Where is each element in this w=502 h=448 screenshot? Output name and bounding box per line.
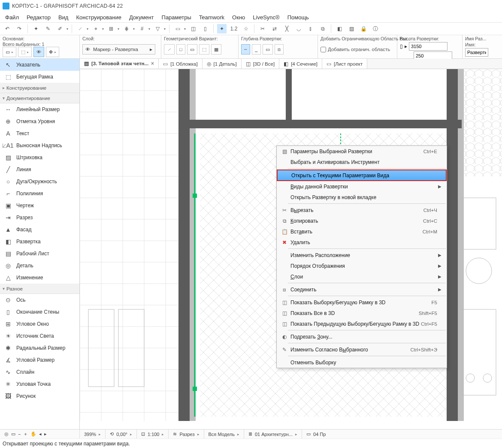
zoomin-icon[interactable]: ＋ — [23, 431, 28, 437]
cm-activate-tool[interactable]: Выбрать и Активировать Инструмент — [277, 157, 447, 167]
geom-1-button[interactable]: ⟋ — [164, 44, 175, 54]
group-button[interactable]: ◫ — [188, 24, 198, 33]
cm-show3d-prev[interactable]: ◫Показать Предыдущую Выборку/Бегущую Рам… — [277, 318, 447, 329]
dim-12-button[interactable]: 1.2 — [229, 24, 239, 33]
tool-wallend[interactable]: ▯Окончание Стены — [0, 306, 79, 318]
geom-2-button[interactable]: □ — [176, 44, 185, 54]
tool-facade[interactable]: ▲Фасад — [0, 224, 79, 236]
depth-1-button[interactable]: ╌ — [241, 44, 250, 54]
mod-button[interactable]: ▨ — [347, 24, 356, 33]
menu-options[interactable]: Параметры — [158, 13, 195, 22]
cm-move[interactable]: Изменить Расположение▶ — [277, 250, 447, 260]
tool-pointer[interactable]: ↖Указатель — [0, 59, 79, 71]
group-design[interactable]: ▸Конструирование — [0, 83, 79, 93]
tool-marquee[interactable]: ⬚Бегущая Рамка — [0, 71, 79, 83]
depth-2-button[interactable]: ⎯ — [252, 44, 261, 54]
grid-button[interactable]: # — [137, 24, 147, 33]
offset-button[interactable]: ⧉ — [318, 24, 327, 33]
layer-select[interactable]: 👁 Маркер - Развертка ▸ — [82, 44, 155, 54]
ungroup-button[interactable]: ▯ — [200, 24, 210, 33]
tool-hotspot[interactable]: ✳Узловая Точка — [0, 378, 79, 390]
adjust-button[interactable]: ⇄ — [270, 24, 279, 33]
name-input[interactable] — [465, 48, 488, 57]
layer-combo[interactable]: ≣01 Архитектурн...▸ — [244, 430, 302, 439]
cm-layers[interactable]: Слои▶ — [277, 271, 447, 282]
cm-copy[interactable]: ⧉КопироватьCtrl+С — [277, 215, 447, 226]
tab-sheet[interactable]: ▭[Лист проект — [322, 59, 367, 69]
grid-snap-button[interactable]: ⋕ — [122, 24, 131, 33]
tool-worksheet[interactable]: ▤Рабочий Лист — [0, 248, 79, 260]
tab-section[interactable]: ◧[4 Сечение] — [279, 59, 322, 69]
tool-change[interactable]: △Изменение — [0, 272, 79, 284]
wand-button[interactable]: ✎ — [43, 24, 53, 33]
depth-4-button[interactable]: ⧈ — [275, 44, 284, 54]
tool-radial[interactable]: ✱Радиальный Размер — [0, 342, 79, 354]
zoomout-icon[interactable]: − — [18, 432, 21, 437]
tab-detail[interactable]: ◎[1 Деталь] — [203, 59, 242, 69]
favorite-button[interactable]: ☆ — [241, 24, 251, 33]
geom-4-button[interactable]: ⬚ — [199, 44, 209, 54]
tool-dim[interactable]: ↔Линейный Размер — [0, 103, 79, 115]
round-button[interactable]: ◡ — [294, 24, 303, 33]
cm-cut[interactable]: ✂ВырезатьCtrl+Ч — [277, 205, 447, 215]
zoom-controls[interactable]: ◎ ▭ − ＋ ✋ ◂ ▸ — [0, 430, 80, 439]
prev-view-icon[interactable]: ◂ — [39, 431, 42, 437]
menu-view[interactable]: Вид — [55, 13, 72, 22]
group-misc[interactable]: ▾Разное — [0, 284, 79, 294]
tool-polyline[interactable]: ⌐Полилиния — [0, 188, 79, 200]
tool-level[interactable]: ⊕Отметка Уровня — [0, 115, 79, 127]
magic-button[interactable]: ✦ — [217, 24, 227, 33]
tool-label[interactable]: ⟀A1Выносная Надпись — [0, 139, 79, 151]
intersect-button[interactable]: ╳ — [282, 24, 291, 33]
tool-text[interactable]: AТекст — [0, 127, 79, 139]
cm-show3d-sel[interactable]: ◫Показать Выборку/Бегущую Рамку в 3DF5 — [277, 297, 447, 308]
info-button[interactable]: ⓘ — [371, 24, 380, 33]
cm-delete[interactable]: ✖Удалить — [277, 237, 447, 248]
height-top-input[interactable] — [409, 42, 448, 51]
next-view-icon[interactable]: ▸ — [44, 431, 47, 437]
add-bound-checkbox[interactable] — [321, 47, 326, 52]
snap-button[interactable]: ⊞ — [106, 24, 116, 33]
tool-light[interactable]: ☀Источник Света — [0, 330, 79, 342]
cm-deselect[interactable]: Отменить Выборку — [277, 357, 447, 368]
tab-cover[interactable]: ▭[1 Обложка] — [159, 59, 202, 69]
guide-button[interactable]: ⌖ — [91, 24, 100, 33]
tab-3d[interactable]: ◫[3D / Все] — [242, 59, 280, 69]
tool-drawing[interactable]: ▣Чертеж — [0, 200, 79, 212]
cm-open-new-tab[interactable]: Открыть Развертку в новой вкладке — [277, 192, 447, 203]
tool-angledim[interactable]: ∡Угловой Размер — [0, 354, 79, 366]
menu-teamwork[interactable]: Teamwork — [196, 13, 228, 22]
cm-params[interactable]: ▧Параметры Выбранной РазверткиCtrl+E — [277, 146, 447, 157]
depth-3-button[interactable]: ▭ — [263, 44, 273, 54]
undo-button[interactable]: ↶ — [3, 24, 12, 33]
measure-button[interactable]: ⟋ — [76, 24, 85, 33]
cm-connect[interactable]: ⧈Соединить▶ — [277, 284, 447, 295]
cm-display-order[interactable]: Порядок Отображения▶ — [277, 260, 447, 271]
group-document[interactable]: ▾Документирование — [0, 93, 79, 103]
tool-interior-elev[interactable]: ◧Развертка — [0, 236, 79, 248]
brush-button[interactable]: ✐ — [55, 24, 65, 33]
tool-picture[interactable]: 🖼Рисунок — [0, 390, 79, 402]
eye-mode-button[interactable]: 👁 — [33, 47, 44, 57]
redo-button[interactable]: ↷ — [15, 24, 24, 33]
lock-button[interactable]: 🔒 — [359, 24, 368, 33]
scale[interactable]: ⊡1:100▸ — [137, 430, 169, 439]
tool-axis[interactable]: ⊙Ось — [0, 294, 79, 306]
tab-floorplan[interactable]: ▤[3. Типовой этаж четн...× — [80, 59, 159, 69]
menu-editor[interactable]: Редактор — [23, 13, 54, 22]
menu-window[interactable]: Окно — [229, 13, 248, 22]
split-button[interactable]: ⫿ — [306, 24, 315, 33]
fit-icon[interactable]: ◎ — [4, 431, 9, 437]
cm-paste[interactable]: 📋ВставитьCtrl+М — [277, 226, 447, 237]
pick-button[interactable]: ✦ — [31, 24, 41, 33]
cm-edit-by-sel[interactable]: ✎Изменить Согласно ВыбранногоCtrl+Shift+… — [277, 344, 447, 355]
cm-trimzone[interactable]: ◐Подрезать Зону... — [277, 331, 447, 342]
suspend-button[interactable]: ▭ — [173, 24, 182, 33]
grav-button[interactable]: ▽ — [153, 24, 162, 33]
filter[interactable]: ≋Разрез▸ — [169, 430, 204, 439]
tool-section[interactable]: ⇥Разрез — [0, 212, 79, 224]
tool-line[interactable]: ╱Линия — [0, 163, 79, 176]
angle[interactable]: ⟲0,00°▸ — [106, 430, 137, 439]
geom-3-button[interactable]: ▭ — [187, 44, 197, 54]
cm-show3d-all[interactable]: ◫Показать Все в 3DShift+F5 — [277, 308, 447, 318]
